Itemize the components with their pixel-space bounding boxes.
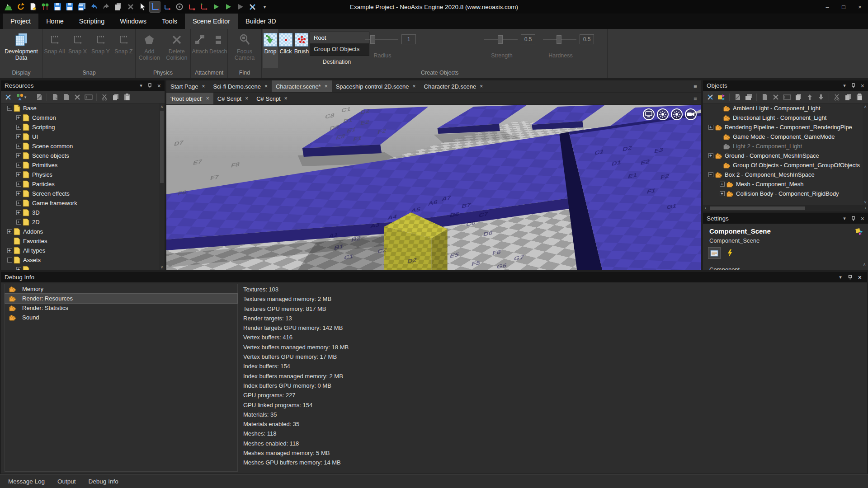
tree-item[interactable]: +UI <box>1 132 159 141</box>
development-data-button[interactable]: Development Data <box>0 29 42 68</box>
tree-item[interactable]: +Scripting <box>1 122 159 132</box>
objects-header[interactable]: Objects ▾ × <box>703 80 868 91</box>
minimize-button[interactable]: – <box>819 0 835 14</box>
tab-builder-3d[interactable]: Builder 3D <box>238 14 284 29</box>
sun-icon[interactable] <box>657 108 669 120</box>
close-icon[interactable]: × <box>284 95 288 102</box>
dropdown-icon[interactable]: ▾ <box>843 83 846 89</box>
objects-vscrollbar[interactable]: ∧ ∨ <box>863 103 868 205</box>
close-icon[interactable]: × <box>480 83 483 89</box>
scroll-up-icon[interactable]: ∧ <box>863 103 868 109</box>
tree-item-mesh[interactable]: +Mesh - Component_Mesh <box>703 179 863 189</box>
tree-item[interactable]: −Assets <box>1 255 159 265</box>
tree-item[interactable]: +Scene common <box>1 141 159 151</box>
close-icon[interactable]: × <box>413 83 416 89</box>
tab-spaceship-control[interactable]: Spaceship control 2D.scene× <box>332 80 420 92</box>
tree-item[interactable]: +Particles <box>1 179 159 189</box>
scroll-down-icon[interactable]: ∨ <box>863 200 868 204</box>
tree-item[interactable]: +Physics <box>1 170 159 179</box>
save-as-icon[interactable] <box>64 1 75 12</box>
debug-category-memory[interactable]: Memory <box>5 284 237 294</box>
close-icon[interactable]: × <box>264 83 268 89</box>
tree-item[interactable]: +Screen effects <box>1 189 159 198</box>
dropdown-icon[interactable]: ▾ <box>839 274 842 280</box>
tree-item-light-2[interactable]: Light 2 - Component_Light <box>703 141 863 151</box>
scroll-right-icon[interactable]: › <box>865 206 866 211</box>
radius-value[interactable]: 1 <box>401 34 416 44</box>
toolbar-more-icon[interactable]: ▾ <box>259 1 270 12</box>
tab-home[interactable]: Home <box>38 14 71 29</box>
tab-tools[interactable]: Tools <box>154 14 185 29</box>
save-all-icon[interactable] <box>76 1 87 12</box>
scroll-down-icon[interactable]: ∨ <box>159 265 165 269</box>
tab-csharp-script-1[interactable]: C# Script× <box>213 93 252 104</box>
close-icon[interactable]: × <box>202 83 205 89</box>
debug-category-render-statistics[interactable]: Render: Statistics <box>5 303 237 313</box>
pins-icon[interactable] <box>40 1 50 12</box>
tree-item[interactable]: +Addons <box>1 227 159 236</box>
tree-item[interactable]: +Primitives <box>1 160 159 170</box>
transform-tool-icon[interactable] <box>198 1 209 12</box>
tree-item[interactable]: +Game framework <box>1 198 159 208</box>
pin-icon[interactable] <box>851 216 855 221</box>
tree-item-directional-light[interactable]: Directional Light - Component_Light <box>703 113 863 122</box>
tab-windows[interactable]: Windows <box>112 14 154 29</box>
close-button[interactable]: × <box>852 0 868 14</box>
tree-item[interactable]: +Scene objects <box>1 151 159 160</box>
close-icon[interactable]: × <box>861 215 864 222</box>
statusbar-debug-info[interactable]: Debug Info <box>89 478 118 485</box>
tree-item-group-of-objects[interactable]: Group Of Objects - Component_GroupOfObje… <box>703 160 863 170</box>
hardness-slider[interactable]: 0.5 <box>543 34 594 44</box>
snap-tool-icon[interactable] <box>162 1 172 12</box>
debug-header[interactable]: Debug Info ▾ × <box>1 272 867 282</box>
tree-item[interactable]: Favorites <box>1 236 159 246</box>
delete-icon[interactable] <box>125 1 136 12</box>
redo-icon[interactable] <box>101 1 111 12</box>
statusbar-message-log[interactable]: Message Log <box>8 478 45 485</box>
move-tool-icon[interactable] <box>150 1 160 12</box>
hardness-value[interactable]: 0.5 <box>580 34 594 44</box>
save-icon[interactable] <box>52 1 62 12</box>
tab-scripting[interactable]: Scripting <box>71 14 112 29</box>
tree-item[interactable]: +All types <box>1 246 159 255</box>
tools-icon[interactable] <box>3 92 13 102</box>
tree-item-ambient-light[interactable]: Ambient Light - Component_Light <box>703 103 863 113</box>
tab-project[interactable]: Project <box>3 14 38 29</box>
objects-hscrollbar[interactable]: ‹ › <box>703 205 868 211</box>
settings-scroll-up-icon[interactable]: ∧ <box>862 262 867 267</box>
tab-start-page[interactable]: Start Page× <box>166 80 209 92</box>
tab-csharp-script-2[interactable]: C# Script× <box>252 93 291 104</box>
new-resource-icon[interactable] <box>28 1 38 12</box>
events-view-icon[interactable] <box>724 248 736 258</box>
close-icon[interactable]: × <box>206 95 209 102</box>
sun-icon[interactable] <box>671 108 683 120</box>
tab-list-menu-icon[interactable]: ≡ <box>689 80 701 92</box>
pin-icon[interactable] <box>847 275 853 279</box>
tree-item-base[interactable]: −Base <box>1 103 159 113</box>
close-icon[interactable]: × <box>157 82 161 89</box>
undo-icon[interactable] <box>89 1 99 12</box>
tree-item[interactable]: +2D <box>1 217 159 227</box>
tab-list-menu-icon[interactable]: ≡ <box>689 93 701 104</box>
close-icon[interactable]: × <box>861 82 864 89</box>
pin-icon[interactable] <box>851 83 855 89</box>
close-icon[interactable]: × <box>245 95 248 102</box>
resources-scrollbar[interactable]: ∧ ∨ <box>159 103 165 270</box>
dropdown-icon[interactable]: ▾ <box>140 83 142 89</box>
pin-icon[interactable] <box>148 83 152 89</box>
statusbar-output[interactable]: Output <box>57 478 76 485</box>
dropdown-icon[interactable]: ▾ <box>843 216 846 221</box>
tree-item[interactable]: + <box>1 265 159 270</box>
tab-character-2d[interactable]: Character 2D.scene× <box>420 80 487 92</box>
scroll-left-icon[interactable]: ‹ <box>705 206 706 211</box>
add-component-icon[interactable] <box>717 92 726 102</box>
debug-category-render-resources[interactable]: Render: Resources <box>5 294 237 303</box>
tree-item-rendering-pipeline[interactable]: +Rendering Pipeline - Component_Renderin… <box>703 122 863 132</box>
tree-item-collision-body[interactable]: +Collision Body - Component_RigidBody <box>703 189 863 198</box>
filter-shapes-icon[interactable]: ▾ <box>14 92 28 102</box>
tab-scifi-demo[interactable]: Sci-fi Demo.scene× <box>209 80 272 92</box>
radius-slider[interactable]: 1 <box>365 34 416 44</box>
close-icon[interactable]: × <box>325 83 328 89</box>
scale-tool-icon[interactable] <box>186 1 197 12</box>
scroll-up-icon[interactable]: ∧ <box>159 103 165 109</box>
